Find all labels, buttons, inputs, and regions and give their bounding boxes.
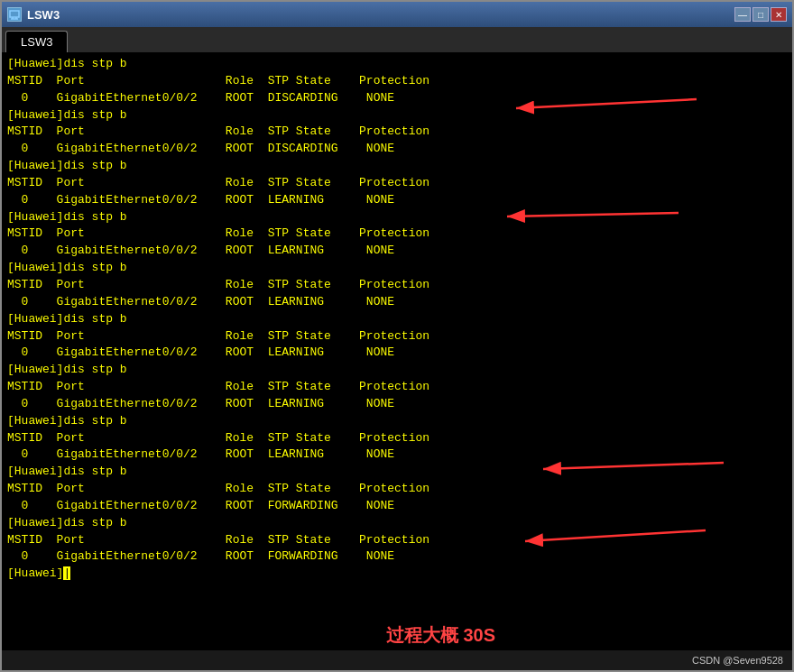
terminal-line-3: 0 GigabitEthernet0/0/2 ROOT DISCARDING N… — [7, 90, 787, 107]
terminal-line-2: MSTID Port Role STP State Protection — [7, 73, 787, 90]
bottom-bar: CSDN @Seven9528 — [2, 650, 792, 670]
terminal-line-15: 0 GigabitEthernet0/0/2 ROOT LEARNING NON… — [7, 294, 787, 311]
terminal-line-23: MSTID Port Role STP State Protection — [7, 430, 787, 447]
terminal-line-7: [Huawei]dis stp b — [7, 158, 787, 175]
terminal-line-30: 0 GigabitEthernet0/0/2 ROOT FORWARDING N… — [7, 548, 787, 566]
app-icon — [7, 7, 22, 22]
terminal-line-6: 0 GigabitEthernet0/0/2 ROOT DISCARDING N… — [7, 141, 787, 158]
terminal-line-12: 0 GigabitEthernet0/0/2 ROOT LEARNING NON… — [7, 243, 787, 260]
terminal-line-18: 0 GigabitEthernet0/0/2 ROOT LEARNING NON… — [7, 345, 787, 362]
close-button[interactable]: ✕ — [771, 7, 787, 22]
terminal-line-16: [Huawei]dis stp b — [7, 311, 787, 328]
terminal-line-20: MSTID Port Role STP State Protection — [7, 379, 787, 396]
terminal-line-21: 0 GigabitEthernet0/0/2 ROOT LEARNING NON… — [7, 396, 787, 413]
terminal-line-24: 0 GigabitEthernet0/0/2 ROOT LEARNING NON… — [7, 446, 787, 464]
terminal-line-25: [Huawei]dis stp b — [7, 464, 787, 481]
terminal-line-29: MSTID Port Role STP State Protection — [7, 532, 787, 549]
terminal-line-28: [Huawei]dis stp b — [7, 515, 787, 532]
terminal-line-31: [Huawei]| — [7, 566, 787, 583]
terminal-line-17: MSTID Port Role STP State Protection — [7, 328, 787, 345]
window-title: LSW3 — [27, 8, 734, 22]
terminal-line-9: 0 GigabitEthernet0/0/2 ROOT LEARNING NON… — [7, 192, 787, 209]
terminal-line-22: [Huawei]dis stp b — [7, 413, 787, 430]
svg-rect-0 — [10, 11, 19, 17]
csdn-watermark: CSDN @Seven9528 — [692, 655, 783, 666]
terminal-line-8: MSTID Port Role STP State Protection — [7, 175, 787, 192]
restore-button[interactable]: □ — [752, 7, 769, 22]
terminal-line-10: [Huawei]dis stp b — [7, 209, 787, 226]
window-controls: — □ ✕ — [734, 7, 787, 22]
window: LSW3 — □ ✕ LSW3 [Huawei]dis stp b MSTID … — [0, 0, 794, 672]
tab-bar: LSW3 — [2, 27, 792, 52]
terminal-line-27: 0 GigabitEthernet0/0/2 ROOT FORWARDING N… — [7, 498, 787, 515]
minimize-button[interactable]: — — [734, 7, 751, 22]
terminal-line-4: [Huawei]dis stp b — [7, 107, 787, 124]
title-bar: LSW3 — □ ✕ — [2, 2, 792, 27]
tab-lsw3[interactable]: LSW3 — [5, 31, 68, 52]
terminal-line-26: MSTID Port Role STP State Protection — [7, 481, 787, 498]
terminal-line-5: MSTID Port Role STP State Protection — [7, 124, 787, 141]
terminal-line-1: [Huawei]dis stp b — [7, 56, 787, 73]
process-time-label: 过程大概 30S — [386, 622, 495, 649]
terminal-line-13: [Huawei]dis stp b — [7, 260, 787, 277]
terminal-line-14: MSTID Port Role STP State Protection — [7, 277, 787, 294]
terminal-line-11: MSTID Port Role STP State Protection — [7, 226, 787, 243]
terminal-area[interactable]: [Huawei]dis stp b MSTID Port Role STP St… — [2, 52, 792, 650]
terminal-line-19: [Huawei]dis stp b — [7, 362, 787, 379]
